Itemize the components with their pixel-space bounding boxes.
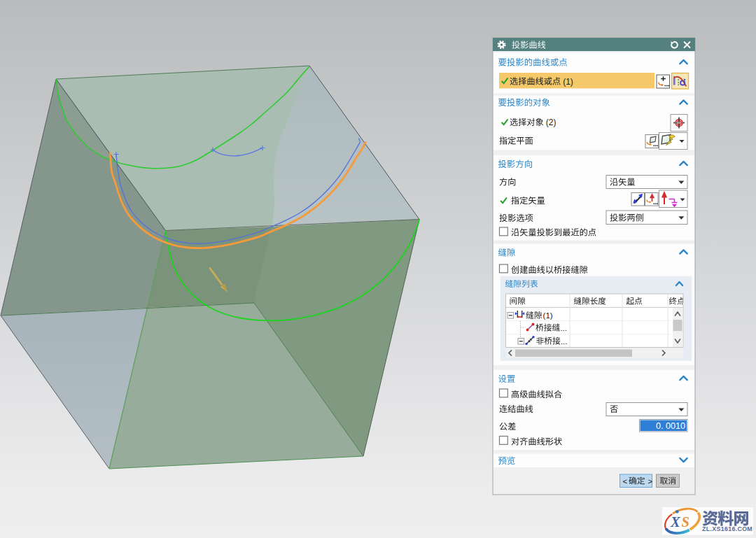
svg-text:...: ...: [560, 324, 567, 332]
svg-text:0. 0010: 0. 0010: [656, 421, 685, 431]
svg-text:(1): (1): [543, 311, 553, 320]
svg-text:X: X: [670, 514, 681, 530]
svg-text:...: ...: [561, 337, 568, 346]
svg-text:S: S: [682, 514, 690, 530]
svg-text:>: >: [648, 477, 653, 486]
svg-text:ZL.XS1616.COM: ZL.XS1616.COM: [702, 525, 752, 532]
svg-text:<: <: [623, 477, 628, 486]
svg-text:(1): (1): [563, 77, 573, 87]
svg-text:(2): (2): [546, 118, 556, 127]
